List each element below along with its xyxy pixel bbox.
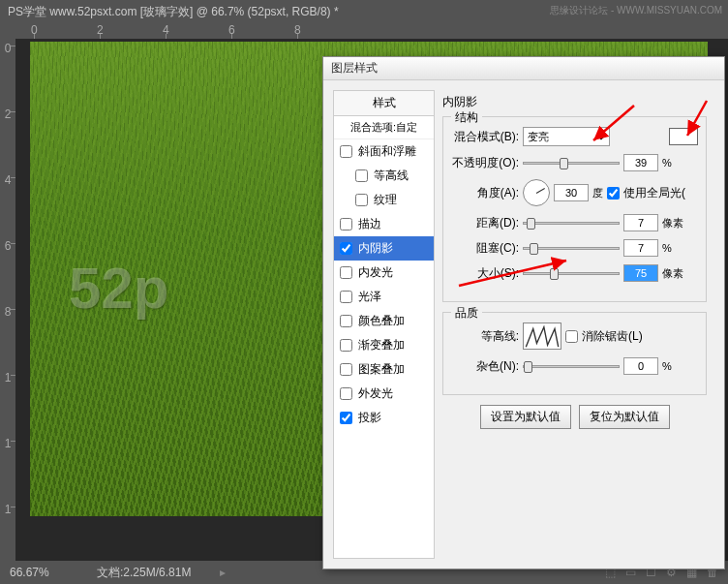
global-light-label: 使用全局光( [623, 185, 685, 201]
noise-input[interactable] [623, 357, 658, 375]
doc-size: 文档:2.25M/6.81M [97, 565, 191, 581]
antialias-label: 消除锯齿(L) [582, 328, 643, 345]
doc-title: PS学堂 www.52psxt.com [玻璃字效] @ 66.7% (52ps… [8, 4, 339, 20]
contour-picker[interactable] [523, 323, 561, 350]
contour-label: 等高线: [451, 328, 519, 345]
ruler-tick: 0 [31, 23, 38, 39]
ruler-vertical: 0 2 4 6 8 1 1 1 [0, 39, 15, 562]
zoom-level[interactable]: 66.67% [10, 566, 68, 579]
choke-slider[interactable] [523, 247, 620, 250]
checkbox[interactable] [340, 339, 352, 352]
distance-input[interactable] [623, 214, 658, 231]
checkbox[interactable] [355, 194, 368, 206]
size-input[interactable] [623, 264, 658, 282]
size-label: 大小(S): [451, 265, 519, 282]
dialog-titlebar[interactable]: 图层样式 [323, 57, 724, 80]
ruler-tick: 1 [0, 437, 15, 450]
ruler-tick: 6 [0, 239, 15, 253]
checkbox[interactable] [340, 315, 352, 327]
checkbox[interactable] [340, 218, 352, 231]
opacity-label: 不透明度(O): [451, 155, 519, 171]
style-item-satin[interactable]: 光泽 [334, 285, 434, 309]
ruler-tick: 4 [163, 23, 169, 39]
style-item-drop-shadow[interactable]: 投影 [334, 406, 434, 430]
opacity-input[interactable] [623, 154, 658, 171]
blending-options[interactable]: 混合选项:自定 [334, 116, 434, 139]
layer-style-dialog: 图层样式 样式 混合选项:自定 斜面和浮雕 等高线 纹理 描边 内阴影 内发光 … [322, 56, 725, 569]
distance-label: 距离(D): [451, 215, 519, 231]
blend-mode-label: 混合模式(B): [451, 129, 519, 145]
style-item-texture[interactable]: 纹理 [334, 188, 434, 212]
opacity-slider[interactable] [523, 162, 620, 165]
color-swatch[interactable] [669, 128, 698, 145]
angle-dial[interactable] [523, 179, 550, 206]
size-slider[interactable] [523, 272, 620, 275]
ruler-tick: 8 [0, 305, 15, 319]
style-item-bevel[interactable]: 斜面和浮雕 [334, 139, 434, 164]
style-item-inner-shadow[interactable]: 内阴影 [334, 236, 434, 261]
checkbox[interactable] [340, 412, 352, 424]
settings-panel: 内阴影 结构 混合模式(B): 变亮 不透明度(O): [435, 90, 714, 559]
ruler-tick: 8 [294, 23, 301, 39]
choke-input[interactable] [623, 239, 658, 257]
choke-label: 阻塞(C): [451, 240, 519, 257]
noise-slider[interactable] [523, 365, 620, 368]
style-item-color-overlay[interactable]: 颜色叠加 [334, 309, 434, 333]
style-item-stroke[interactable]: 描边 [334, 212, 434, 236]
ruler-tick: 0 [0, 42, 15, 55]
ruler-tick: 2 [0, 108, 15, 121]
style-item-pat-overlay[interactable]: 图案叠加 [334, 357, 434, 382]
panel-title: 内阴影 [442, 94, 707, 110]
global-light-checkbox[interactable] [607, 187, 620, 200]
style-item-inner-glow[interactable]: 内发光 [334, 261, 434, 285]
angle-label: 角度(A): [451, 185, 519, 201]
distance-slider[interactable] [523, 222, 620, 225]
style-item-contour[interactable]: 等高线 [334, 164, 434, 188]
ruler-tick: 4 [0, 173, 15, 187]
checkbox[interactable] [355, 169, 368, 182]
ruler-tick: 2 [97, 23, 104, 39]
checkbox[interactable] [340, 266, 352, 279]
style-list: 样式 混合选项:自定 斜面和浮雕 等高线 纹理 描边 内阴影 内发光 光泽 颜色… [333, 90, 435, 559]
ruler-horizontal: 0 2 4 6 8 [0, 23, 728, 39]
reset-default-button[interactable]: 复位为默认值 [579, 405, 670, 429]
ruler-tick: 1 [0, 371, 15, 384]
noise-label: 杂色(N): [451, 358, 519, 375]
checkbox[interactable] [340, 387, 352, 400]
ruler-tick: 1 [0, 503, 15, 516]
quality-group: 品质 等高线: 消除锯齿(L) 杂色(N): [442, 312, 707, 395]
structure-group: 结构 混合模式(B): 变亮 不透明度(O): % [442, 116, 707, 302]
style-item-outer-glow[interactable]: 外发光 [334, 382, 434, 406]
blend-mode-select[interactable]: 变亮 [523, 127, 610, 146]
source-watermark: 思缘设计论坛 - WWW.MISSYUAN.COM [550, 4, 722, 17]
style-item-grad-overlay[interactable]: 渐变叠加 [334, 333, 434, 357]
glass-text-effect: 52p [69, 255, 168, 322]
checkbox[interactable] [340, 363, 352, 376]
checkbox[interactable] [340, 145, 352, 158]
checkbox[interactable] [340, 242, 352, 255]
make-default-button[interactable]: 设置为默认值 [480, 405, 571, 429]
antialias-checkbox[interactable] [565, 330, 578, 343]
style-list-header[interactable]: 样式 [334, 91, 434, 116]
ruler-tick: 6 [228, 23, 235, 39]
angle-input[interactable] [554, 184, 589, 201]
checkbox[interactable] [340, 291, 352, 303]
